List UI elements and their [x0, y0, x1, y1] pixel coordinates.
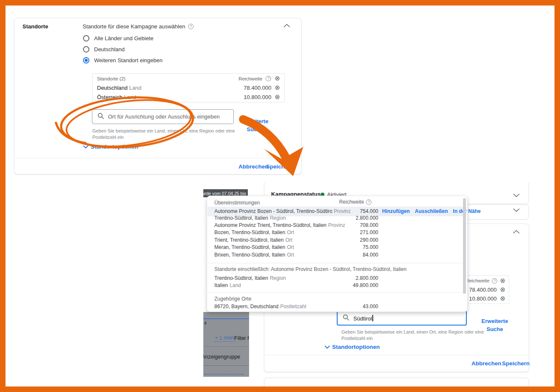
frame-border-bottom — [0, 386, 560, 392]
location-type: Ort — [287, 252, 294, 258]
location-name: Autonome Provinz Bozen - Südtirol, Trent… — [214, 208, 332, 214]
dimmed-background-strip: 4 + 1 mehr Filter h Anzeigengruppe — [203, 312, 249, 377]
help-icon[interactable]: ? — [266, 76, 271, 81]
reach-value: 754.000 — [327, 208, 378, 214]
location-name: Deutschland Land — [97, 85, 221, 91]
related-section-header: Zugehörige Orte — [214, 296, 251, 302]
card1-chevron-down-icon[interactable] — [513, 193, 520, 197]
suggestion-row[interactable]: Trentino-Südtirol, Italien Region 2.800.… — [214, 274, 460, 282]
location-name: Meran, Trentino-Südtirol, Italien — [214, 244, 285, 250]
radio-option-all-countries[interactable]: Alle Länder und Gebiete — [83, 35, 153, 41]
location-search-input[interactable]: Ort für Ausrichtung oder Ausschluss eing… — [92, 109, 234, 124]
location-type: Ort — [286, 237, 293, 243]
reach-value: 43.000 — [327, 304, 378, 309]
table-header-row: Standorte (2) Reichweite ? ⊗ — [93, 74, 284, 83]
suggestion-row[interactable]: Brixen, Trentino-Südtirol, Italien Ort 8… — [214, 251, 460, 259]
location-name: Italien — [214, 282, 228, 288]
save-button[interactable]: Speichern — [502, 360, 530, 367]
reach-value: 708.000 — [327, 222, 378, 228]
location-search-input-focused[interactable]: Südtirol — [337, 311, 467, 326]
reach-value: 271.000 — [327, 229, 378, 235]
dimmed-divider — [203, 346, 249, 347]
chevron-down-icon — [324, 345, 330, 349]
help-icon[interactable]: ? — [492, 278, 497, 284]
location-options-toggle[interactable]: Standortoptionen — [324, 344, 380, 350]
radio-label: Weiteren Standort eingeben — [94, 57, 163, 63]
location-type: Postleitzahl — [280, 304, 306, 309]
location-name: Trentino-Südtirol, Italien — [214, 215, 268, 221]
frame-border-right — [554, 0, 560, 392]
more-filters-link: + 1 mehr — [215, 335, 236, 342]
matches-header: Übereinstimmungen — [214, 200, 260, 206]
frame-border-left — [0, 0, 6, 392]
location-name: Autonome Provinz Trient, Trentino-Südtir… — [214, 222, 327, 228]
suggestion-row[interactable]: Trentino-Südtirol, Italien Region 2.800.… — [214, 214, 460, 222]
help-icon[interactable]: ? — [188, 24, 194, 29]
suggestion-row[interactable]: Bozen, Trentino-Südtirol, Italien Ort 27… — [214, 229, 460, 236]
reach-value: 78.400.000 — [225, 85, 271, 91]
table-row: Österreich Land 10.800.000 ⊗ — [93, 93, 284, 102]
dialog1-collapse-chevron-up-icon[interactable] — [283, 24, 290, 28]
dialog2-collapse-chevron-up-icon[interactable] — [513, 230, 520, 234]
location-options-label: Standortoptionen — [332, 344, 380, 350]
reach-value: 290.000 — [327, 237, 378, 243]
remove-icon[interactable]: ⊗ — [274, 94, 280, 100]
section-divider — [208, 292, 466, 293]
location-options-toggle[interactable]: Standortoptionen — [83, 144, 138, 150]
advanced-search-link[interactable]: Erweiterte Suche — [237, 117, 273, 133]
radio-icon[interactable] — [83, 35, 89, 41]
suggestion-row[interactable]: 86720, Bayern, Deutschland Postleitzahl … — [214, 303, 460, 310]
selected-locations-table: Standorte (2) Reichweite ? ⊗ Deutschland… — [92, 73, 285, 102]
remove-icon[interactable]: ⊗ — [500, 287, 505, 293]
dimmed-divider — [203, 365, 249, 366]
dropdown-scrollbar[interactable] — [463, 198, 466, 294]
frame-border-top — [0, 0, 560, 6]
save-button[interactable]: Speichern — [266, 163, 294, 170]
cancel-button[interactable]: Abbrechen — [471, 360, 502, 367]
exclude-location-button[interactable]: Ausschließen — [415, 208, 448, 214]
location-type: Ort — [287, 244, 294, 250]
section-label: Standorte — [22, 23, 48, 30]
table-title: Standorte (2) — [97, 76, 235, 81]
location-name: Trient, Trentino-Südtirol, Italien — [214, 237, 284, 243]
ad-group-label: Anzeigengruppe — [203, 354, 240, 360]
location-name: Brixen, Trentino-Südtirol, Italien — [214, 252, 285, 258]
location-type: Land — [230, 282, 241, 288]
dialog-heading: Standorte für diese Kampagne auswählen ? — [83, 23, 194, 30]
reach-value: 2.800.000 — [327, 215, 378, 221]
suggestion-row[interactable]: Trient, Trentino-Südtirol, Italien Ort 2… — [214, 236, 460, 244]
add-location-button[interactable]: Hinzufügen — [382, 208, 410, 214]
cancel-button[interactable]: Abbrechen — [238, 163, 269, 170]
location-type: Region — [270, 215, 286, 221]
remove-all-icon[interactable]: ⊗ — [274, 75, 280, 82]
nearby-location-button[interactable]: In der Nähe — [453, 208, 480, 214]
footer-divider — [14, 158, 300, 158]
location-type: Ort — [287, 229, 294, 235]
radio-label: Alle Länder und Gebiete — [94, 35, 153, 41]
remove-icon[interactable]: ⊗ — [274, 85, 280, 91]
dimmed-row-number: 4 — [204, 321, 207, 326]
location-type: Region — [270, 275, 286, 281]
suggestion-row[interactable]: Italien Land 49.800.000 — [214, 282, 460, 289]
search-icon — [343, 314, 349, 323]
reach-header: Reichweite — [238, 76, 262, 81]
remove-icon[interactable]: ⊗ — [500, 295, 505, 302]
radio-selected-icon[interactable] — [83, 57, 89, 63]
radio-option-germany[interactable]: Deutschland — [83, 46, 125, 52]
table-row: Deutschland Land 78.400.000 ⊗ — [93, 83, 284, 93]
suggestion-row[interactable]: Autonome Provinz Trient, Trentino-Südtir… — [214, 221, 460, 229]
reach-value: 49.800.000 — [327, 282, 378, 288]
search-icon — [97, 113, 104, 121]
reach-value: 84.000 — [327, 252, 378, 258]
radio-icon[interactable] — [83, 46, 89, 52]
location-name: Bozen, Trentino-Südtirol, Italien — [214, 229, 285, 235]
remove-all-icon[interactable]: ⊗ — [500, 278, 505, 284]
radio-option-enter-location[interactable]: Weiteren Standort eingeben — [83, 57, 163, 63]
tooltip-text: wurde vom 07.04.25 bis — [203, 191, 246, 196]
card2-chevron-down-icon[interactable] — [513, 208, 520, 212]
location-options-label: Standortoptionen — [91, 144, 138, 150]
help-icon[interactable]: ? — [366, 199, 371, 205]
section-divider — [208, 263, 466, 263]
suggestion-row[interactable]: Meran, Trentino-Südtirol, Italien Ort 75… — [214, 243, 460, 251]
advanced-search-link[interactable]: Erweiterte Suche — [478, 317, 512, 333]
